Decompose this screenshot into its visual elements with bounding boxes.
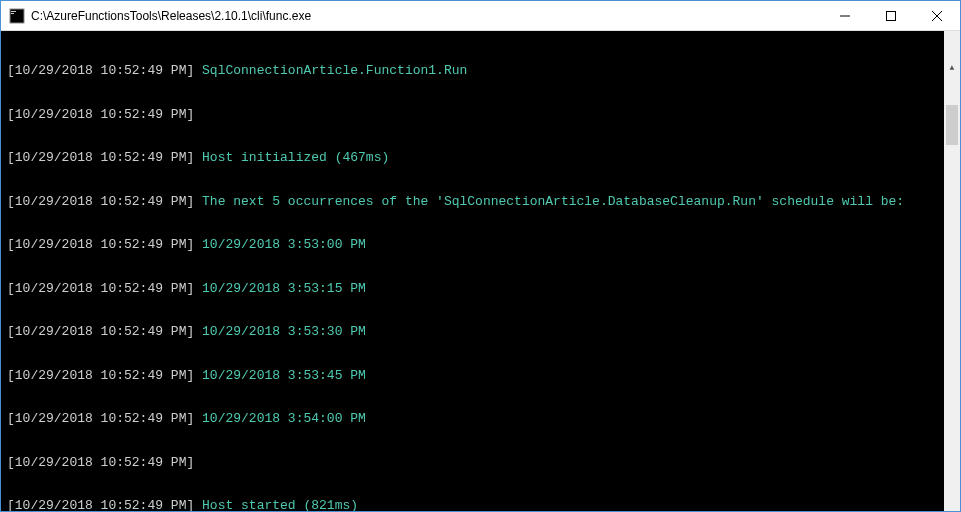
log-line: [10/29/2018 10:52:49 PM] 10/29/2018 3:54…	[7, 412, 954, 427]
maximize-button[interactable]	[868, 1, 914, 30]
log-line: [10/29/2018 10:52:49 PM] Host initialize…	[7, 151, 954, 166]
window-controls	[822, 1, 960, 30]
svg-rect-1	[11, 11, 16, 12]
scrollbar-track[interactable]	[944, 105, 960, 511]
terminal-output[interactable]: [10/29/2018 10:52:49 PM] SqlConnectionAr…	[1, 31, 960, 511]
log-line: [10/29/2018 10:52:49 PM] 10/29/2018 3:53…	[7, 238, 954, 253]
titlebar: C:\AzureFunctionsTools\Releases\2.10.1\c…	[1, 1, 960, 31]
scroll-up-arrow[interactable]: ▲	[944, 60, 960, 76]
log-line: [10/29/2018 10:52:49 PM] 10/29/2018 3:53…	[7, 325, 954, 340]
vertical-scrollbar[interactable]: ▲ ▼	[944, 31, 960, 511]
log-line: [10/29/2018 10:52:49 PM]	[7, 456, 954, 471]
app-icon	[9, 8, 25, 24]
scrollbar-thumb[interactable]	[946, 105, 958, 145]
svg-rect-2	[11, 13, 14, 14]
window-title: C:\AzureFunctionsTools\Releases\2.10.1\c…	[31, 9, 822, 23]
log-line: [10/29/2018 10:52:49 PM]	[7, 108, 954, 123]
svg-rect-4	[887, 11, 896, 20]
minimize-button[interactable]	[822, 1, 868, 30]
log-line: [10/29/2018 10:52:49 PM] The next 5 occu…	[7, 195, 954, 210]
log-line: [10/29/2018 10:52:49 PM] 10/29/2018 3:53…	[7, 369, 954, 384]
log-line: [10/29/2018 10:52:49 PM] Host started (8…	[7, 499, 954, 511]
close-button[interactable]	[914, 1, 960, 30]
log-line: [10/29/2018 10:52:49 PM] 10/29/2018 3:53…	[7, 282, 954, 297]
log-line: [10/29/2018 10:52:49 PM] SqlConnectionAr…	[7, 64, 954, 79]
